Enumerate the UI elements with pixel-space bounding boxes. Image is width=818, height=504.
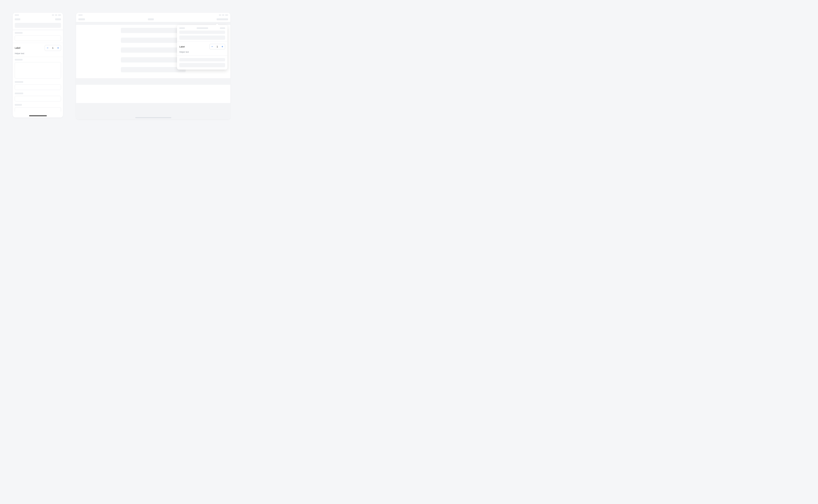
section-title-placeholder <box>15 32 23 34</box>
mobile-section-5 <box>13 92 63 103</box>
input-placeholder <box>15 96 61 101</box>
section-title-placeholder <box>15 104 22 106</box>
input-placeholder <box>15 35 61 41</box>
mobile-frame: Label 1 Helper text <box>13 13 63 117</box>
plus-icon <box>57 47 59 49</box>
content-row-placeholder <box>121 47 186 53</box>
svg-rect-3 <box>212 46 213 47</box>
header-right-placeholder <box>217 18 228 20</box>
popover-row-placeholder <box>179 58 225 61</box>
tablet-status-bar <box>76 13 230 17</box>
plus-icon <box>221 46 223 48</box>
input-placeholder <box>15 84 61 90</box>
header-right-placeholder <box>55 18 61 20</box>
home-indicator <box>29 115 47 116</box>
minus-icon <box>211 46 213 48</box>
mobile-hero-placeholder <box>15 23 61 28</box>
status-time-placeholder <box>78 14 83 16</box>
stepper-label: Label <box>179 45 185 48</box>
stepper-increment-button[interactable] <box>220 44 225 49</box>
status-wifi-placeholder <box>222 14 224 16</box>
mobile-stepper-section: Label 1 Helper text <box>13 43 63 57</box>
mobile-section-4 <box>13 80 63 92</box>
tablet-subheader-band <box>76 22 230 25</box>
header-center-placeholder <box>148 18 154 20</box>
popover-row-placeholder <box>179 35 225 40</box>
textarea-placeholder <box>15 62 61 79</box>
popover-bottom <box>177 56 227 70</box>
mobile-section-1 <box>13 30 63 43</box>
stepper-decrement-button[interactable] <box>210 44 215 49</box>
header-left-placeholder <box>15 18 20 20</box>
stepper-decrement-button[interactable] <box>45 45 50 51</box>
stepper-helper-text: Helper text <box>179 51 189 53</box>
stepper-increment-button[interactable] <box>55 45 61 51</box>
stepper-value: 1 <box>50 47 55 49</box>
tablet-header <box>76 17 230 22</box>
mobile-section-6 <box>13 103 63 112</box>
popover-header <box>177 25 227 31</box>
section-title-placeholder <box>15 59 23 61</box>
popover-header-left-placeholder <box>179 27 185 29</box>
stepper-value: 1 <box>215 45 220 48</box>
tablet-mid-band <box>76 78 230 85</box>
header-left-placeholder <box>78 18 85 20</box>
status-wifi-placeholder <box>55 14 57 16</box>
popover-row-placeholder <box>179 63 225 67</box>
status-signal-placeholder <box>52 14 54 16</box>
mobile-status-bar <box>13 13 63 17</box>
tablet-frame: Label 1 Helper text <box>76 13 230 119</box>
mobile-header <box>13 17 63 22</box>
content-row-placeholder <box>121 57 186 62</box>
content-row-placeholder <box>121 38 186 43</box>
popover-stepper-section: Label 1 Helper text <box>177 41 227 56</box>
quantity-stepper: 1 <box>209 44 225 49</box>
status-signal-placeholder <box>219 14 221 16</box>
popover: Label 1 Helper text <box>177 25 227 70</box>
popover-header-center-placeholder <box>197 27 208 29</box>
minus-icon <box>47 47 49 49</box>
mobile-section-3 <box>13 57 63 80</box>
popover-row-placeholder <box>179 31 225 34</box>
content-row-placeholder <box>121 67 186 72</box>
status-battery-placeholder <box>225 14 228 16</box>
section-title-placeholder <box>15 93 23 94</box>
tablet-home-handle <box>135 117 171 118</box>
popover-header-right-placeholder <box>220 27 225 29</box>
status-time-placeholder <box>15 14 19 16</box>
content-row-placeholder <box>121 28 186 33</box>
svg-rect-2 <box>58 47 58 49</box>
quantity-stepper: 1 <box>45 45 61 51</box>
status-battery-placeholder <box>58 14 61 16</box>
tablet-bottom-band <box>76 103 230 119</box>
input-placeholder <box>15 107 61 112</box>
section-title-placeholder <box>15 81 23 83</box>
stepper-helper-text: Helper text <box>15 52 24 55</box>
stepper-label: Label <box>15 47 20 49</box>
svg-rect-0 <box>47 48 48 48</box>
